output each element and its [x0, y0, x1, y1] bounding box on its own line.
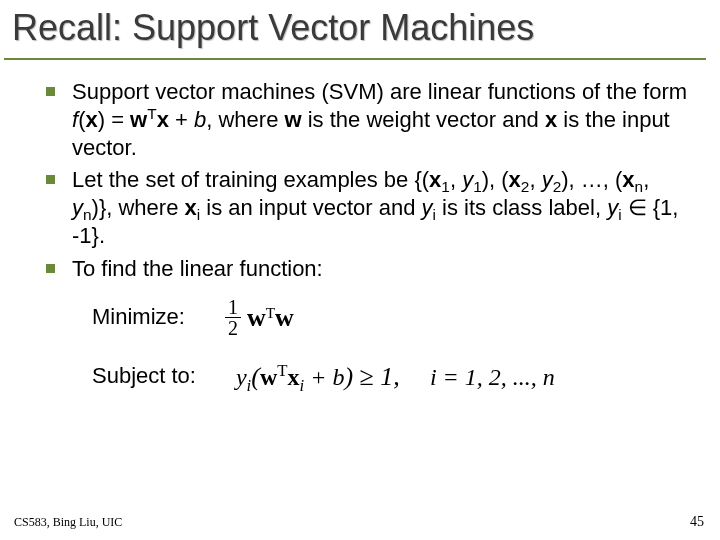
eq-w2: w	[275, 303, 294, 332]
b2-sep3: ,	[529, 167, 541, 192]
b2-sn: n	[635, 178, 644, 195]
b1-eq: ) =	[98, 107, 130, 132]
bullet-icon	[46, 87, 55, 96]
b2-sep5: ,	[643, 167, 649, 192]
b2-yn: y	[72, 195, 83, 220]
b1-text-a: Support vector machines (SVM) are linear…	[72, 79, 687, 104]
b1-x2: x	[157, 107, 169, 132]
b2-s1: 1	[441, 178, 450, 195]
b2-sep1: ,	[450, 167, 462, 192]
b1-mid2: is the weight vector and	[302, 107, 545, 132]
eq-w1: w	[247, 303, 266, 332]
c-w: w	[260, 364, 277, 390]
b2-x2: x	[509, 167, 521, 192]
b3-text: To find the linear function:	[72, 256, 323, 281]
c-ge: ) ≥ 1,	[344, 362, 399, 391]
c-range: i = 1, 2, ..., n	[430, 364, 555, 390]
c-x: x	[288, 364, 300, 390]
b1-T: T	[147, 104, 156, 121]
b1-mid: , where	[206, 107, 284, 132]
c-y: y	[236, 364, 247, 390]
b2-sep4: ), …, (	[561, 167, 622, 192]
bullet-icon	[46, 264, 55, 273]
footer-left: CS583, Bing Liu, UIC	[14, 515, 122, 530]
b2-xi: x	[185, 195, 197, 220]
b2-a: Let the set of training examples be {(	[72, 167, 429, 192]
b2-sy1: 1	[473, 178, 482, 195]
b1-plus: +	[169, 107, 194, 132]
b1-x1: x	[85, 107, 97, 132]
b2-x1: x	[429, 167, 441, 192]
b2-mid2: is its class label,	[436, 195, 607, 220]
b2-y1: y	[462, 167, 473, 192]
frac-den: 2	[225, 317, 241, 338]
b2-sep6: )}, where	[92, 195, 185, 220]
b2-sy2: 2	[553, 178, 562, 195]
slide-body: Support vector machines (SVM) are linear…	[0, 60, 720, 393]
b1-x3: x	[545, 107, 557, 132]
frac-num: 1	[225, 297, 241, 317]
b1-w1: w	[130, 107, 147, 132]
b2-syn: n	[83, 207, 92, 224]
subject-row: Subject to: yi(wTxi + b) ≥ 1, i = 1, 2, …	[92, 360, 690, 393]
b2-xn: x	[622, 167, 634, 192]
bullet-icon	[46, 175, 55, 184]
minimize-eq: 1 2 wTw	[225, 297, 294, 338]
subject-label: Subject to:	[92, 362, 196, 390]
minimize-row: Minimize: 1 2 wTw	[92, 297, 690, 338]
b2-yi: y	[422, 195, 433, 220]
c-open: (	[251, 362, 260, 391]
c-plus: +	[304, 364, 332, 390]
bullet-2: Let the set of training examples be {(x1…	[46, 166, 690, 250]
b1-f: f	[72, 107, 78, 132]
constraint-eq: yi(wTxi + b) ≥ 1, i = 1, 2, ..., n	[236, 360, 555, 393]
b2-mid: is an input vector and	[200, 195, 421, 220]
bullet-1: Support vector machines (SVM) are linear…	[46, 78, 690, 162]
minimize-label: Minimize:	[92, 303, 185, 331]
slide-title: Recall: Support Vector Machines	[12, 8, 710, 48]
c-b: b	[332, 364, 344, 390]
b2-sep2: ), (	[482, 167, 509, 192]
footer-right: 45	[690, 514, 704, 530]
c-T: T	[277, 361, 287, 380]
b1-b: b	[194, 107, 206, 132]
half-frac: 1 2	[225, 297, 241, 338]
eq-T: T	[266, 303, 275, 320]
b2-yi2: y	[607, 195, 618, 220]
b2-y2: y	[542, 167, 553, 192]
bullet-3: To find the linear function:	[46, 255, 690, 283]
b1-w2: w	[284, 107, 301, 132]
